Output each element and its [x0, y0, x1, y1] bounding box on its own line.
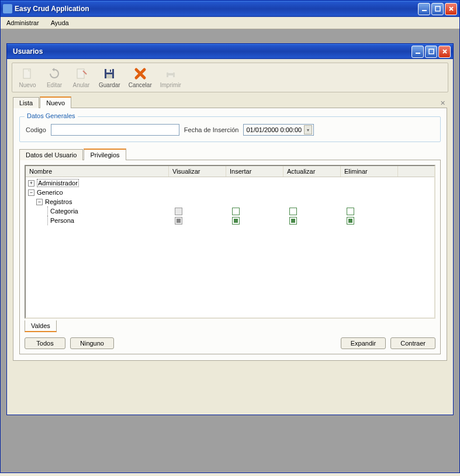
checkbox-categoria-visualizar[interactable]: [175, 208, 182, 215]
collapse-icon[interactable]: −: [28, 189, 34, 196]
main-minimize-button[interactable]: [418, 3, 430, 15]
header-actualizar[interactable]: Actualizar: [283, 166, 341, 177]
tree-node-persona: Persona: [28, 216, 432, 225]
tree-node-registros: −Registros: [28, 197, 432, 206]
child-title: Usuarios: [9, 47, 411, 56]
refresh-icon: [47, 67, 61, 81]
toolbar-imprimir-button[interactable]: Imprimir: [158, 65, 184, 89]
svg-rect-3: [429, 49, 434, 54]
child-close-button[interactable]: [438, 46, 451, 58]
chevron-down-icon[interactable]: ▾: [304, 125, 312, 134]
fieldset-datos-generales: Datos Generales Codigo Fecha de Inserció…: [19, 116, 441, 142]
button-ninguno[interactable]: Ninguno: [70, 337, 114, 349]
panel-privilegios: Nombre Visualizar Insertar Actualizar El…: [19, 160, 441, 354]
child-titlebar[interactable]: Usuarios: [7, 44, 453, 59]
button-contraer[interactable]: Contraer: [390, 337, 435, 349]
tab-privilegios[interactable]: Privilegios: [84, 149, 126, 160]
toolbar-guardar-button[interactable]: Guardar: [96, 65, 123, 89]
svg-rect-5: [77, 69, 84, 78]
tab-close-icon[interactable]: ✕: [438, 98, 447, 108]
main-titlebar[interactable]: Easy Crud Application: [1, 1, 459, 17]
grid-header: Nombre Visualizar Insertar Actualizar El…: [26, 166, 434, 177]
input-codigo[interactable]: [51, 124, 179, 136]
privileges-grid: Nombre Visualizar Insertar Actualizar El…: [25, 165, 435, 319]
svg-rect-0: [422, 10, 427, 11]
header-visualizar[interactable]: Visualizar: [169, 166, 226, 177]
node-label[interactable]: Persona: [50, 217, 74, 224]
main-window: Easy Crud Application Administrar Ayuda …: [0, 0, 460, 473]
child-window-usuarios: Usuarios Nuevo Editar: [6, 43, 454, 415]
toolbar-editar-button[interactable]: Editar: [43, 65, 66, 89]
save-icon: [102, 67, 116, 81]
menubar: Administrar Ayuda: [1, 17, 459, 29]
input-fecha-insercion[interactable]: 01/01/2000 0:00:00 ▾: [243, 124, 314, 136]
tree-node-generico: −Generico: [28, 188, 432, 197]
button-todos[interactable]: Todos: [25, 337, 65, 349]
label-codigo: Codigo: [26, 126, 46, 133]
child-maximize-button[interactable]: [425, 46, 437, 58]
toolbar-nuevo-button[interactable]: Nuevo: [16, 65, 39, 89]
tree-node-categoria: Categoria: [28, 206, 432, 216]
new-document-icon: [20, 67, 34, 81]
legend-datos-generales: Datos Generales: [25, 112, 78, 119]
header-eliminar[interactable]: Eliminar: [341, 166, 398, 177]
menu-ayuda[interactable]: Ayuda: [49, 18, 71, 27]
node-label[interactable]: Categoria: [50, 208, 78, 215]
tab-valdes[interactable]: Valdes: [25, 320, 57, 332]
label-fecha: Fecha de Inserción: [184, 126, 239, 133]
header-nombre[interactable]: Nombre: [26, 166, 169, 177]
svg-rect-8: [106, 74, 112, 78]
checkbox-persona-eliminar[interactable]: [347, 217, 354, 225]
header-insertar[interactable]: Insertar: [226, 166, 283, 177]
svg-rect-7: [106, 69, 112, 73]
svg-rect-9: [110, 70, 111, 72]
checkbox-categoria-insertar[interactable]: [232, 208, 240, 215]
tab-nuevo[interactable]: Nuevo: [40, 96, 71, 108]
main-close-button[interactable]: [445, 3, 457, 15]
toolbar-cancelar-button[interactable]: Cancelar: [126, 65, 154, 89]
print-icon: [164, 67, 178, 81]
toolbar-anular-button[interactable]: Anular: [70, 65, 93, 89]
child-minimize-button[interactable]: [411, 46, 424, 58]
checkbox-categoria-actualizar[interactable]: [289, 208, 297, 215]
main-maximize-button[interactable]: [431, 3, 444, 15]
node-label[interactable]: Administrador: [37, 179, 79, 187]
app-icon: [3, 4, 12, 13]
node-label[interactable]: Registros: [45, 198, 72, 205]
fecha-value: 01/01/2000 0:00:00: [246, 126, 302, 133]
menu-administrar[interactable]: Administrar: [4, 18, 41, 27]
svg-rect-1: [435, 6, 440, 11]
bottom-tabs: Valdes: [25, 321, 435, 333]
toolbar: Nuevo Editar Anular Guardar: [12, 63, 448, 92]
app-title: Easy Crud Application: [15, 5, 418, 13]
annul-icon: [74, 67, 88, 81]
tab-datos-usuario[interactable]: Datos del Usuario: [19, 149, 83, 160]
svg-rect-12: [168, 75, 173, 78]
inner-tabs: Datos del Usuario Privilegios: [19, 148, 441, 160]
mdi-area: Usuarios Nuevo Editar: [1, 29, 459, 472]
tree-node-administrador: +Administrador: [28, 178, 432, 188]
checkbox-persona-insertar[interactable]: [232, 217, 240, 225]
collapse-icon[interactable]: −: [36, 199, 43, 205]
tab-panel-nuevo: Datos Generales Codigo Fecha de Inserció…: [13, 108, 447, 361]
checkbox-categoria-eliminar[interactable]: [347, 208, 354, 215]
button-expandir[interactable]: Expandir: [341, 337, 386, 349]
privileges-tree[interactable]: +Administrador −Generico −Registros: [26, 177, 434, 318]
node-label[interactable]: Generico: [37, 189, 63, 196]
cancel-icon: [133, 67, 147, 81]
expand-icon[interactable]: +: [28, 180, 34, 187]
checkbox-persona-visualizar[interactable]: [175, 217, 182, 225]
checkbox-persona-actualizar[interactable]: [289, 217, 297, 225]
svg-rect-2: [416, 53, 420, 54]
main-tabs: Lista Nuevo ✕: [13, 96, 447, 108]
tab-lista[interactable]: Lista: [13, 97, 39, 108]
svg-rect-11: [168, 70, 173, 73]
